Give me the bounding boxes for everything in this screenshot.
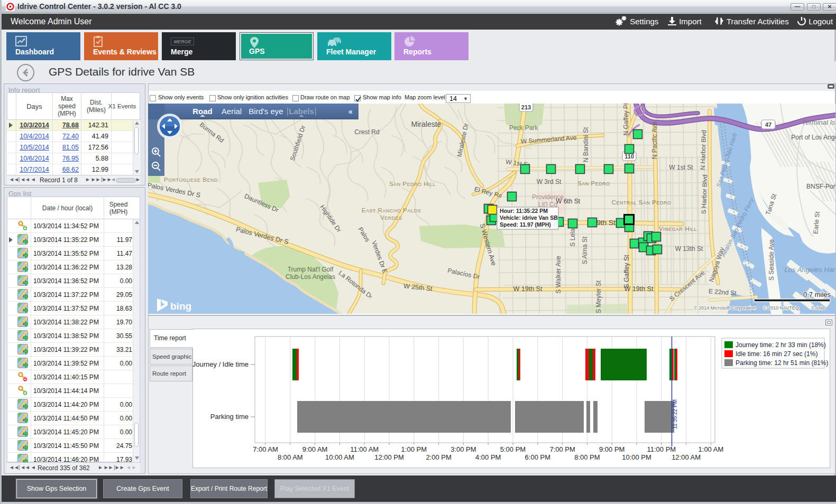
svg-text:SAN PEDRO HILL: SAN PEDRO HILL xyxy=(389,181,436,187)
svg-text:Hour: 11:35:22 PM: Hour: 11:35:22 PM xyxy=(500,208,548,214)
svg-text:0.7 miles: 0.7 miles xyxy=(803,291,831,298)
svg-text:W 19th St: W 19th St xyxy=(513,285,543,293)
svg-text:W 19th St: W 19th St xyxy=(624,285,654,293)
svg-text:MERGE: MERGE xyxy=(173,39,191,44)
svg-text:© 2014 Microsoft Corporation: © 2014 Microsoft Corporation xyxy=(694,305,756,311)
svg-text:S Harbor Blvd: S Harbor Blvd xyxy=(700,174,709,214)
svg-text:© 2010 NAVTEQ: © 2010 NAVTEQ xyxy=(763,305,799,311)
svg-text:Vehicle: idrive Van SB: Vehicle: idrive Van SB xyxy=(500,214,558,221)
svg-text:N Bandini St: N Bandini St xyxy=(582,127,590,162)
svg-text:Parking time: Parking time xyxy=(210,413,249,421)
svg-text:12:00 PM: 12:00 PM xyxy=(374,453,404,461)
svg-text:8:00 AM: 8:00 AM xyxy=(278,453,303,461)
svg-text:VINEGAR HILL: VINEGAR HILL xyxy=(659,226,697,232)
svg-text:Road: Road xyxy=(192,107,213,116)
svg-text:2:00 PM: 2:00 PM xyxy=(426,453,451,461)
svg-text:W 1st St: W 1st St xyxy=(669,164,693,171)
svg-text:Port of Los Angel: Port of Los Angel xyxy=(791,134,835,141)
svg-text:Trump Nat'l Golf: Trump Nat'l Golf xyxy=(288,266,334,273)
svg-text:S Walker Ave: S Walker Ave xyxy=(555,256,562,294)
svg-text:W 6th St: W 6th St xyxy=(556,198,581,205)
svg-text:7:00 AM: 7:00 AM xyxy=(253,445,278,453)
svg-text:Aerial: Aerial xyxy=(222,107,242,116)
svg-text:Peck Park: Peck Park xyxy=(509,124,539,132)
svg-text:Bird's eye: Bird's eye xyxy=(249,107,283,116)
svg-text:11:00 AM: 11:00 AM xyxy=(350,445,379,453)
svg-text:Terminal Is: Terminal Is xyxy=(802,118,835,126)
svg-text:Speed: 11.97 (MPH): Speed: 11.97 (MPH) xyxy=(500,221,551,228)
svg-text:bing: bing xyxy=(170,301,191,312)
svg-text:«: « xyxy=(348,107,353,116)
svg-text:110: 110 xyxy=(624,153,634,160)
svg-text:S Seaside Ave: S Seaside Ave xyxy=(768,239,775,281)
svg-text:11:00 PM: 11:00 PM xyxy=(647,445,676,453)
svg-text:Journey time: 2 hr 33 min (18%: Journey time: 2 hr 33 min (18%) xyxy=(736,341,826,349)
svg-text:© AND: © AND xyxy=(811,305,826,311)
svg-text:S Meyler St: S Meyler St xyxy=(595,280,602,313)
svg-text:7:00 PM: 7:00 PM xyxy=(549,445,575,453)
svg-text:12:00 AM: 12:00 AM xyxy=(672,453,701,461)
svg-text:Club-Los Angelas: Club-Los Angelas xyxy=(286,273,335,281)
svg-text:BNSF-Port: BNSF-Port xyxy=(806,183,835,190)
svg-text:9:00 AM: 9:00 AM xyxy=(302,445,328,453)
svg-text:Journey / Idle time: Journey / Idle time xyxy=(192,360,249,368)
svg-text:3:00 PM: 3:00 PM xyxy=(451,445,476,453)
svg-text:Miraleste: Miraleste xyxy=(411,120,442,128)
svg-text:5:00 PM: 5:00 PM xyxy=(500,445,526,453)
svg-text:Los Angeles Harb: Los Angeles Harb xyxy=(785,266,835,274)
svg-text:Crest Rd: Crest Rd xyxy=(354,128,379,136)
svg-text:Parking time: 12 hr 51 min (81: Parking time: 12 hr 51 min (81%) xyxy=(736,359,828,367)
svg-text:10:00 AM: 10:00 AM xyxy=(325,453,354,461)
svg-text:213: 213 xyxy=(521,104,531,110)
svg-text:Labels: Labels xyxy=(289,107,314,116)
svg-text:S Alma St: S Alma St xyxy=(581,236,589,264)
svg-text:1:00 AM: 1:00 AM xyxy=(699,445,724,453)
svg-text:SAN PEDRO: SAN PEDRO xyxy=(577,180,610,186)
svg-text:S Gaffey St: S Gaffey St xyxy=(623,255,630,288)
svg-text:Idle time: 16 min 27 sec (1%): Idle time: 16 min 27 sec (1%) xyxy=(736,350,817,358)
svg-text:N Pacific Ave: N Pacific Ave xyxy=(651,122,658,159)
svg-text:W 13th St: W 13th St xyxy=(675,245,703,253)
svg-text:10:00 PM: 10:00 PM xyxy=(622,453,651,461)
svg-text:PORTUGUESE BEND: PORTUGUESE BEND xyxy=(164,176,218,183)
svg-text:N Gaffey Pl: N Gaffey Pl xyxy=(622,104,630,136)
svg-text:6:00 PM: 6:00 PM xyxy=(525,453,550,461)
svg-text:N Harbor Blvd: N Harbor Blvd xyxy=(699,130,708,170)
svg-text:8:00 PM: 8:00 PM xyxy=(574,453,600,461)
svg-text:4:00 PM: 4:00 PM xyxy=(475,453,501,461)
svg-text:VERDES: VERDES xyxy=(380,214,402,221)
svg-text:1:00 PM: 1:00 PM xyxy=(401,445,427,453)
svg-text:47: 47 xyxy=(765,122,771,128)
svg-text:9:00 PM: 9:00 PM xyxy=(599,445,624,453)
svg-text:W 3rd St: W 3rd St xyxy=(537,178,562,185)
svg-text:EAST RANCHO PALOS: EAST RANCHO PALOS xyxy=(362,207,421,213)
svg-text:CENTRAL SAN PEDRO: CENTRAL SAN PEDRO xyxy=(612,199,672,206)
svg-text:11:35:22 PM: 11:35:22 PM xyxy=(672,399,678,429)
